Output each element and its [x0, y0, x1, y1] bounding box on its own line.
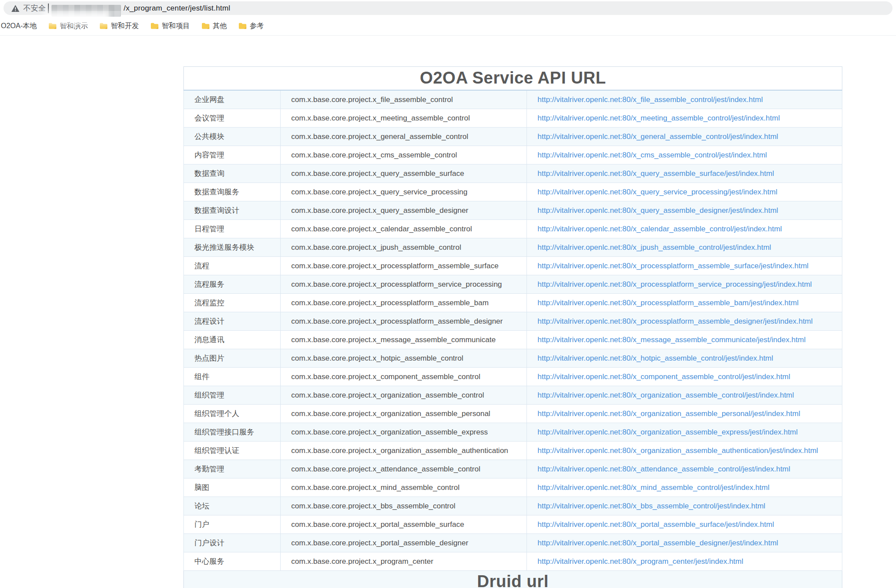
- api-link[interactable]: http://vitalriver.openlc.net:80/x_query_…: [538, 206, 778, 215]
- cell-module-name: 热点图片: [184, 349, 281, 368]
- table-row: 组织管理接口服务 com.x.base.core.project.x_organ…: [184, 423, 842, 442]
- druid-heading: Druid url: [184, 572, 842, 588]
- cell-module-name: 流程监控: [184, 294, 281, 312]
- cell-package: com.x.base.core.project.x_cms_assemble_c…: [281, 146, 527, 164]
- table-row: 热点图片 com.x.base.core.project.x_hotpic_as…: [184, 349, 842, 368]
- table-row: 流程设计 com.x.base.core.project.x_processpl…: [184, 312, 842, 331]
- api-link[interactable]: http://vitalriver.openlc.net:80/x_query_…: [538, 169, 774, 178]
- cell-module-name: 流程设计: [184, 312, 281, 331]
- cell-module-name: 组织管理: [184, 386, 281, 405]
- table-row: 公共模块 com.x.base.core.project.x_general_a…: [184, 128, 842, 146]
- cell-module-name: 日程管理: [184, 220, 281, 238]
- browser-chrome: 不安全 /x_program_center/jest/list.html O2O…: [0, 0, 896, 36]
- table-row: 论坛 com.x.base.core.project.x_bbs_assembl…: [184, 497, 842, 515]
- api-link[interactable]: http://vitalriver.openlc.net:80/x_organi…: [538, 446, 818, 455]
- api-link[interactable]: http://vitalriver.openlc.net:80/x_compon…: [538, 373, 790, 381]
- cell-module-name: 数据查询设计: [184, 201, 281, 220]
- cell-module-name: 论坛: [184, 497, 281, 515]
- address-bar[interactable]: 不安全 /x_program_center/jest/list.html: [4, 1, 892, 15]
- cell-module-name: 中心服务: [184, 552, 281, 571]
- cell-package: com.x.base.core.project.x_attendance_ass…: [281, 460, 527, 478]
- cell-package: com.x.base.core.project.x_organization_a…: [281, 405, 527, 423]
- cell-module-name: 内容管理: [184, 146, 281, 164]
- cell-module-name: 公共模块: [184, 128, 281, 146]
- api-link[interactable]: http://vitalriver.openlc.net:80/x_proces…: [538, 280, 812, 289]
- druid-heading-row: Druid url: [184, 571, 842, 588]
- folder-icon: [150, 22, 159, 29]
- api-link[interactable]: http://vitalriver.openlc.net:80/x_query_…: [538, 188, 777, 196]
- cell-package: com.x.base.core.project.x_file_assemble_…: [281, 90, 527, 109]
- cell-package: com.x.base.core.project.x_mind_assemble_…: [281, 478, 527, 497]
- api-link[interactable]: http://vitalriver.openlc.net:80/x_progra…: [538, 557, 743, 566]
- api-link[interactable]: http://vitalriver.openlc.net:80/x_portal…: [538, 539, 778, 547]
- cell-package: com.x.base.core.project.x_processplatfor…: [281, 275, 527, 294]
- redacted-url-host: [51, 5, 121, 17]
- bookmark-item[interactable]: 智和开发: [99, 22, 139, 31]
- cell-package: com.x.base.core.project.x_organization_a…: [281, 386, 527, 405]
- api-link[interactable]: http://vitalriver.openlc.net:80/x_bbs_as…: [538, 502, 765, 510]
- cell-package: com.x.base.core.project.x_processplatfor…: [281, 294, 527, 312]
- api-link[interactable]: http://vitalriver.openlc.net:80/x_organi…: [538, 409, 800, 418]
- bookmark-item[interactable]: 智和演示: [48, 22, 88, 31]
- table-row: 组件 com.x.base.core.project.x_component_a…: [184, 368, 842, 386]
- api-link[interactable]: http://vitalriver.openlc.net:80/x_portal…: [538, 520, 774, 529]
- table-row: 组织管理认证 com.x.base.core.project.x_organiz…: [184, 442, 842, 460]
- bookmark-label: 其他: [213, 22, 227, 31]
- cell-module-name: 门户设计: [184, 534, 281, 552]
- api-link[interactable]: http://vitalriver.openlc.net:80/x_meetin…: [538, 114, 780, 122]
- api-link[interactable]: http://vitalriver.openlc.net:80/x_organi…: [538, 391, 794, 399]
- bookmark-label: 智和项目: [162, 22, 190, 31]
- bookmark-item[interactable]: 其他: [201, 22, 227, 31]
- cell-module-name: 脑图: [184, 478, 281, 497]
- api-link[interactable]: http://vitalriver.openlc.net:80/x_proces…: [538, 299, 798, 307]
- bookmarks-bar: O2OA-本地 智和演示 智和开发: [0, 17, 896, 36]
- api-link[interactable]: http://vitalriver.openlc.net:80/x_calend…: [538, 225, 782, 233]
- folder-icon: [238, 22, 247, 29]
- table-row: 门户设计 com.x.base.core.project.x_portal_as…: [184, 534, 842, 552]
- cell-module-name: 流程服务: [184, 275, 281, 294]
- api-link[interactable]: http://vitalriver.openlc.net:80/x_proces…: [538, 262, 808, 270]
- cell-package: com.x.base.core.project.x_program_center: [281, 552, 527, 571]
- cell-package: com.x.base.core.project.x_calendar_assem…: [281, 220, 527, 238]
- bookmark-item[interactable]: O2OA-本地: [1, 22, 37, 31]
- table-row: 门户 com.x.base.core.project.x_portal_asse…: [184, 515, 842, 534]
- api-link[interactable]: http://vitalriver.openlc.net:80/x_cms_as…: [538, 151, 767, 159]
- api-link[interactable]: http://vitalriver.openlc.net:80/x_organi…: [538, 428, 798, 436]
- cell-module-name: 极光推送服务模块: [184, 238, 281, 257]
- bookmark-item[interactable]: 智和项目: [150, 22, 190, 31]
- bookmark-item[interactable]: 参考: [238, 22, 264, 31]
- table-title-row: O2OA Service API URL: [184, 67, 842, 91]
- not-secure-warning-icon: [11, 5, 19, 12]
- table-row: 数据查询 com.x.base.core.project.x_query_ass…: [184, 164, 842, 183]
- folder-icon: [201, 22, 210, 29]
- cell-module-name: 组织管理接口服务: [184, 423, 281, 442]
- not-secure-label[interactable]: 不安全: [23, 3, 46, 13]
- table-row: 脑图 com.x.base.core.project.x_mind_assemb…: [184, 478, 842, 497]
- cell-package: com.x.base.core.project.x_organization_a…: [281, 423, 527, 442]
- table-row: 流程监控 com.x.base.core.project.x_processpl…: [184, 294, 842, 312]
- bookmark-label: 参考: [250, 22, 264, 31]
- api-link[interactable]: http://vitalriver.openlc.net:80/x_genera…: [538, 132, 778, 141]
- table-row: 企业网盘 com.x.base.core.project.x_file_asse…: [184, 90, 842, 109]
- cell-package: com.x.base.core.project.x_bbs_assemble_c…: [281, 497, 527, 515]
- table-row: 极光推送服务模块 com.x.base.core.project.x_jpush…: [184, 238, 842, 257]
- table-row: 数据查询服务 com.x.base.core.project.x_query_s…: [184, 183, 842, 201]
- api-link[interactable]: http://vitalriver.openlc.net:80/x_file_a…: [538, 95, 763, 104]
- url-path-text: /x_program_center/jest/list.html: [124, 4, 230, 13]
- api-link[interactable]: http://vitalriver.openlc.net:80/x_jpush_…: [538, 243, 771, 252]
- api-link[interactable]: http://vitalriver.openlc.net:80/x_attend…: [538, 465, 790, 473]
- table-row: 组织管理个人 com.x.base.core.project.x_organiz…: [184, 405, 842, 423]
- cell-package: com.x.base.core.project.x_hotpic_assembl…: [281, 349, 527, 368]
- table-row: 日程管理 com.x.base.core.project.x_calendar_…: [184, 220, 842, 238]
- cell-package: com.x.base.core.project.x_query_assemble…: [281, 164, 527, 183]
- cell-package: com.x.base.core.project.x_jpush_assemble…: [281, 238, 527, 257]
- table-row: 消息通讯 com.x.base.core.project.x_message_a…: [184, 331, 842, 349]
- api-link[interactable]: http://vitalriver.openlc.net:80/x_messag…: [538, 336, 805, 344]
- cell-module-name: 会议管理: [184, 109, 281, 128]
- api-link[interactable]: http://vitalriver.openlc.net:80/x_mind_a…: [538, 483, 769, 492]
- api-link[interactable]: http://vitalriver.openlc.net:80/x_hotpic…: [538, 354, 773, 362]
- cell-module-name: 考勤管理: [184, 460, 281, 478]
- cell-package: com.x.base.core.project.x_general_assemb…: [281, 128, 527, 146]
- api-link[interactable]: http://vitalriver.openlc.net:80/x_proces…: [538, 317, 813, 325]
- cell-module-name: 组织管理认证: [184, 442, 281, 460]
